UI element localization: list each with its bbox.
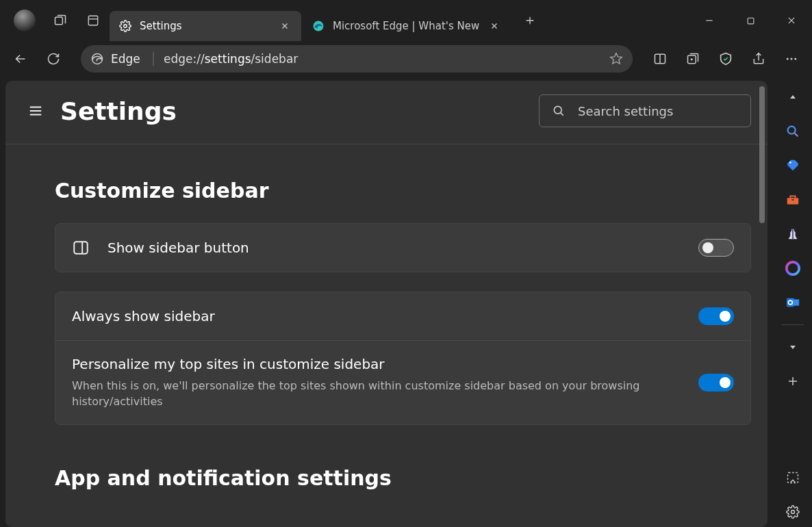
edge-logo-icon xyxy=(312,20,325,32)
titlebar: Settings Microsoft Edge | What's New xyxy=(0,0,812,41)
favorite-button[interactable] xyxy=(609,52,623,66)
sidebar-divider xyxy=(782,324,804,325)
gear-icon xyxy=(119,20,131,32)
maximize-button[interactable] xyxy=(730,3,771,38)
page-title: Settings xyxy=(60,97,177,125)
row-show-sidebar-button: Show sidebar button xyxy=(55,224,750,272)
m365-sidebar-icon[interactable] xyxy=(778,253,808,283)
row-description: When this is on, we'll personalize the t… xyxy=(72,378,681,409)
search-settings-input[interactable]: Search settings xyxy=(539,94,751,127)
tab-actions-button[interactable] xyxy=(79,7,107,34)
edge-logo-icon xyxy=(90,52,104,66)
profile-avatar[interactable] xyxy=(14,10,36,31)
search-icon xyxy=(552,104,566,118)
svg-rect-1 xyxy=(88,16,98,25)
toggle-always-show-sidebar[interactable] xyxy=(698,307,734,325)
svg-point-13 xyxy=(787,127,795,134)
sidebar-expand-button[interactable] xyxy=(778,332,808,362)
tab-label: Microsoft Edge | What's New xyxy=(333,20,479,32)
content-card: Settings Search settings Customize sideb… xyxy=(5,81,767,527)
toggle-personalize-top-sites[interactable] xyxy=(698,374,734,391)
svg-rect-15 xyxy=(787,198,798,204)
split-screen-button[interactable] xyxy=(646,45,674,73)
svg-rect-0 xyxy=(55,17,63,25)
share-button[interactable] xyxy=(745,45,772,73)
close-tab-button[interactable] xyxy=(487,19,501,33)
svg-rect-20 xyxy=(787,473,798,483)
panel-show-sidebar-button: Show sidebar button xyxy=(55,223,751,272)
svg-point-8 xyxy=(787,58,789,60)
body-area: Settings Search settings Customize sideb… xyxy=(0,77,812,527)
svg-point-14 xyxy=(789,162,791,164)
refresh-button[interactable] xyxy=(40,45,67,73)
minimize-button[interactable] xyxy=(689,3,730,38)
divider: │ xyxy=(150,52,157,66)
browser-toolbar: Edge │ edge://settings/sidebar xyxy=(0,41,812,77)
svg-rect-4 xyxy=(748,18,754,24)
svg-point-2 xyxy=(124,25,127,28)
tab-label: Settings xyxy=(140,20,270,32)
tab-whatsnew[interactable]: Microsoft Edge | What's New xyxy=(303,11,511,41)
outlook-sidebar-icon[interactable] xyxy=(778,287,808,318)
games-sidebar-icon[interactable] xyxy=(778,219,808,249)
search-placeholder: Search settings xyxy=(578,104,673,118)
address-bar[interactable]: Edge │ edge://settings/sidebar xyxy=(81,45,633,73)
settings-header: Settings Search settings xyxy=(5,81,767,144)
panel-sidebar-options: Always show sidebar Personalize my top s… xyxy=(55,292,751,425)
row-label: Personalize my top sites in customize si… xyxy=(72,356,681,372)
section-title-customize-sidebar: Customize sidebar xyxy=(55,179,751,203)
svg-rect-16 xyxy=(791,199,794,201)
window-controls xyxy=(689,3,812,38)
svg-point-9 xyxy=(791,58,793,60)
svg-point-11 xyxy=(554,106,561,114)
svg-point-10 xyxy=(794,58,796,60)
row-always-show-sidebar: Always show sidebar xyxy=(55,292,750,340)
sidebar-add-button[interactable] xyxy=(778,366,808,396)
row-personalize-top-sites: Personalize my top sites in customize si… xyxy=(55,340,750,424)
close-window-button[interactable] xyxy=(771,3,812,38)
section-title-app-notification: App and notification settings xyxy=(55,466,751,490)
menu-button[interactable] xyxy=(25,100,47,122)
sidebar-collapse-button[interactable] xyxy=(778,82,808,112)
tab-settings[interactable]: Settings xyxy=(110,11,301,41)
address-scheme-label: Edge xyxy=(111,52,140,66)
svg-point-21 xyxy=(791,511,794,514)
toggle-show-sidebar-button[interactable] xyxy=(698,239,734,257)
tools-sidebar-icon[interactable] xyxy=(778,185,808,215)
svg-rect-12 xyxy=(74,242,88,253)
address-url: edge://settings/sidebar xyxy=(164,52,298,66)
workspaces-button[interactable] xyxy=(47,7,74,34)
edge-sidebar xyxy=(773,77,812,527)
new-tab-button[interactable] xyxy=(516,7,544,34)
shopping-sidebar-icon[interactable] xyxy=(778,151,808,181)
row-label: Always show sidebar xyxy=(72,308,681,324)
sidebar-settings-button[interactable] xyxy=(778,497,808,527)
settings-body: Customize sidebar Show sidebar button Al… xyxy=(5,144,767,527)
row-label: Show sidebar button xyxy=(107,240,681,256)
collections-button[interactable] xyxy=(679,45,707,73)
sidebar-icon xyxy=(72,239,90,257)
browser-essentials-button[interactable] xyxy=(712,45,739,73)
back-button[interactable] xyxy=(7,45,34,73)
screenshot-sidebar-icon[interactable] xyxy=(778,463,808,493)
more-button[interactable] xyxy=(778,45,805,73)
scrollbar-thumb[interactable] xyxy=(759,86,765,223)
search-sidebar-icon[interactable] xyxy=(778,116,808,146)
close-tab-button[interactable] xyxy=(278,19,292,33)
